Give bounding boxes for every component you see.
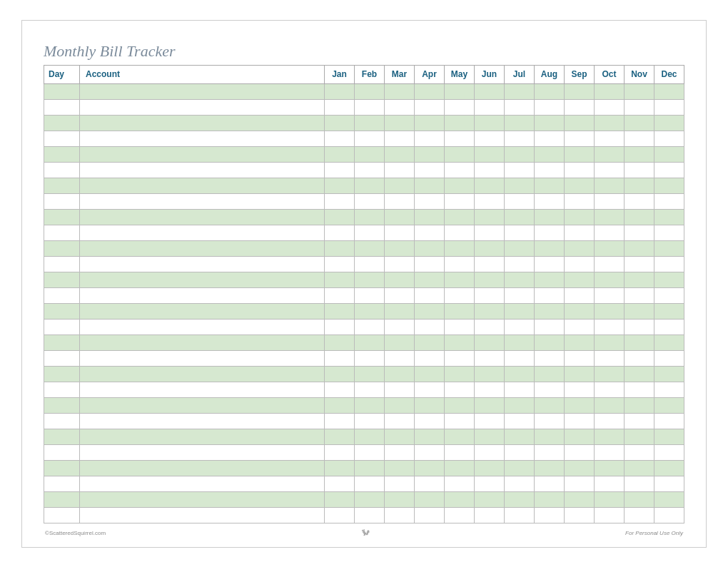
- cell-month: [325, 444, 355, 460]
- cell-month: [535, 256, 565, 272]
- cell-day: [44, 460, 80, 476]
- cell-month: [355, 178, 385, 193]
- cell-month: [325, 240, 355, 256]
- cell-month: [565, 287, 595, 303]
- table-row: [44, 334, 684, 350]
- cell-day: [44, 256, 80, 272]
- header-jan: Jan: [325, 65, 355, 83]
- cell-account: [80, 444, 325, 460]
- cell-month: [415, 460, 445, 476]
- cell-month: [325, 225, 355, 240]
- cell-month: [565, 382, 595, 397]
- cell-month: [625, 413, 654, 429]
- cell-month: [475, 162, 505, 178]
- cell-month: [565, 240, 595, 256]
- cell-month: [385, 178, 415, 193]
- cell-account: [80, 382, 325, 397]
- table-row: [44, 476, 684, 491]
- cell-month: [445, 303, 475, 319]
- cell-month: [654, 287, 684, 303]
- cell-month: [535, 366, 565, 382]
- table-row: [44, 303, 684, 319]
- cell-month: [355, 272, 385, 287]
- cell-month: [385, 413, 415, 429]
- cell-month: [325, 131, 355, 146]
- cell-month: [654, 476, 684, 491]
- cell-month: [325, 162, 355, 178]
- cell-month: [505, 366, 535, 382]
- cell-month: [654, 193, 684, 209]
- cell-month: [595, 162, 625, 178]
- cell-month: [355, 382, 385, 397]
- cell-account: [80, 209, 325, 225]
- cell-month: [565, 413, 595, 429]
- cell-month: [505, 382, 535, 397]
- cell-month: [415, 382, 445, 397]
- cell-month: [475, 256, 505, 272]
- cell-month: [415, 444, 445, 460]
- cell-month: [445, 382, 475, 397]
- cell-month: [535, 115, 565, 131]
- cell-account: [80, 193, 325, 209]
- cell-day: [44, 131, 80, 146]
- cell-month: [625, 193, 654, 209]
- cell-month: [565, 99, 595, 115]
- cell-month: [475, 350, 505, 366]
- cell-month: [385, 83, 415, 99]
- cell-month: [385, 366, 415, 382]
- cell-month: [595, 413, 625, 429]
- cell-month: [654, 115, 684, 131]
- cell-account: [80, 83, 325, 99]
- cell-month: [415, 287, 445, 303]
- cell-month: [535, 491, 565, 507]
- cell-month: [565, 178, 595, 193]
- cell-month: [535, 193, 565, 209]
- cell-month: [654, 319, 684, 334]
- header-jun: Jun: [475, 65, 505, 83]
- page-container: Monthly Bill Tracker Day Account Jan Feb…: [0, 0, 728, 567]
- cell-month: [535, 162, 565, 178]
- table-row: [44, 491, 684, 507]
- cell-month: [505, 115, 535, 131]
- cell-account: [80, 178, 325, 193]
- cell-day: [44, 303, 80, 319]
- cell-month: [385, 303, 415, 319]
- cell-month: [654, 491, 684, 507]
- cell-month: [625, 366, 654, 382]
- cell-account: [80, 240, 325, 256]
- cell-month: [505, 334, 535, 350]
- cell-month: [625, 303, 654, 319]
- cell-month: [475, 491, 505, 507]
- cell-month: [355, 146, 385, 162]
- cell-account: [80, 115, 325, 131]
- cell-month: [385, 131, 415, 146]
- cell-account: [80, 303, 325, 319]
- cell-month: [445, 476, 475, 491]
- cell-account: [80, 397, 325, 413]
- cell-month: [325, 83, 355, 99]
- cell-month: [535, 507, 565, 523]
- cell-month: [415, 334, 445, 350]
- cell-account: [80, 334, 325, 350]
- cell-month: [565, 193, 595, 209]
- cell-month: [415, 429, 445, 444]
- cell-month: [475, 303, 505, 319]
- cell-month: [625, 460, 654, 476]
- cell-month: [625, 209, 654, 225]
- cell-month: [535, 397, 565, 413]
- cell-month: [355, 115, 385, 131]
- cell-month: [535, 319, 565, 334]
- cell-month: [565, 225, 595, 240]
- cell-month: [325, 209, 355, 225]
- cell-month: [625, 507, 654, 523]
- cell-month: [535, 99, 565, 115]
- cell-day: [44, 319, 80, 334]
- cell-month: [475, 429, 505, 444]
- cell-month: [505, 287, 535, 303]
- cell-month: [565, 209, 595, 225]
- cell-day: [44, 382, 80, 397]
- cell-month: [475, 209, 505, 225]
- cell-month: [625, 240, 654, 256]
- cell-month: [355, 397, 385, 413]
- cell-month: [475, 413, 505, 429]
